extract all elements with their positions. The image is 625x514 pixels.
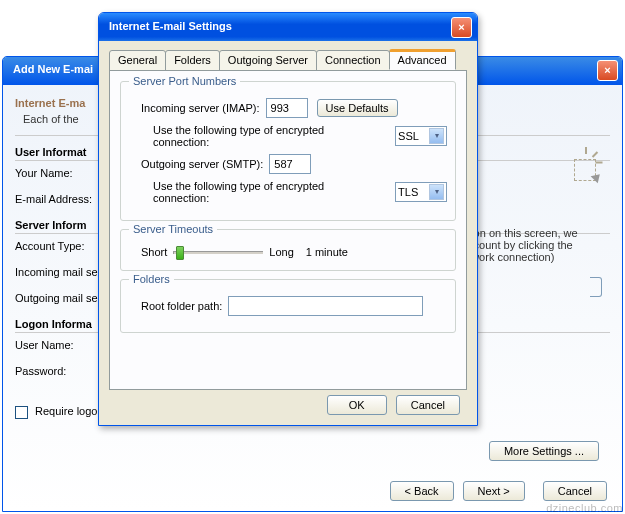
tab-general[interactable]: General bbox=[109, 50, 166, 71]
dialog-title: Internet E-mail Settings bbox=[109, 20, 232, 32]
tab-folders[interactable]: Folders bbox=[165, 50, 220, 71]
incoming-enc-label: Use the following type of encrypted conn… bbox=[153, 124, 383, 148]
server-timeouts-group: Server Timeouts Short Long 1 minute bbox=[120, 229, 456, 271]
outgoing-port-input[interactable] bbox=[269, 154, 311, 174]
timeout-long-label: Long bbox=[269, 246, 293, 258]
slider-thumb[interactable] bbox=[176, 246, 184, 260]
incoming-encryption-select[interactable]: SSL ▾ bbox=[395, 126, 447, 146]
hint-text: ation on this screen, we account by clic… bbox=[462, 227, 602, 263]
next-button[interactable]: Next > bbox=[463, 481, 525, 501]
advanced-panel: Server Port Numbers Incoming server (IMA… bbox=[109, 70, 467, 390]
email-settings-dialog: Internet E-mail Settings × General Folde… bbox=[98, 12, 478, 426]
cancel-button[interactable]: Cancel bbox=[396, 395, 460, 415]
outgoing-encryption-select[interactable]: TLS ▾ bbox=[395, 182, 447, 202]
folders-legend: Folders bbox=[129, 273, 174, 285]
root-folder-input[interactable] bbox=[228, 296, 423, 316]
chevron-down-icon: ▾ bbox=[429, 184, 444, 200]
back-button[interactable]: < Back bbox=[390, 481, 454, 501]
tab-advanced[interactable]: Advanced bbox=[389, 49, 456, 70]
ok-button[interactable]: OK bbox=[327, 395, 387, 415]
tab-outgoing[interactable]: Outgoing Server bbox=[219, 50, 317, 71]
dialog-buttons: OK Cancel bbox=[324, 395, 463, 415]
timeouts-legend: Server Timeouts bbox=[129, 223, 217, 235]
more-settings-button[interactable]: More Settings ... bbox=[489, 441, 599, 461]
outgoing-server-label: Outgoing server (SMTP): bbox=[141, 158, 263, 170]
close-icon[interactable]: × bbox=[597, 60, 618, 81]
cancel-button[interactable]: Cancel bbox=[543, 481, 607, 501]
incoming-port-input[interactable] bbox=[266, 98, 308, 118]
tab-connection[interactable]: Connection bbox=[316, 50, 390, 71]
partial-button bbox=[590, 277, 602, 297]
wizard-buttons: < Back Next > Cancel bbox=[387, 481, 610, 501]
close-icon[interactable]: × bbox=[451, 17, 472, 38]
use-defaults-button[interactable]: Use Defaults bbox=[317, 99, 398, 117]
timeout-value: 1 minute bbox=[306, 246, 348, 258]
server-port-legend: Server Port Numbers bbox=[129, 75, 240, 87]
incoming-server-label: Incoming server (IMAP): bbox=[141, 102, 260, 114]
watermark: dzineclub.com bbox=[546, 502, 623, 514]
cursor-test-icon bbox=[572, 153, 602, 183]
outgoing-enc-label: Use the following type of encrypted conn… bbox=[153, 180, 383, 204]
server-port-numbers-group: Server Port Numbers Incoming server (IMA… bbox=[120, 81, 456, 221]
bg-window-title: Add New E-mai bbox=[13, 63, 93, 75]
chevron-down-icon: ▾ bbox=[429, 128, 444, 144]
folders-group: Folders Root folder path: bbox=[120, 279, 456, 333]
timeout-slider[interactable] bbox=[173, 251, 263, 254]
require-logon-label: Require logor bbox=[35, 405, 101, 417]
root-folder-label: Root folder path: bbox=[141, 300, 222, 312]
dialog-titlebar: Internet E-mail Settings × bbox=[99, 13, 477, 41]
tab-strip: General Folders Outgoing Server Connecti… bbox=[109, 49, 467, 70]
timeout-short-label: Short bbox=[141, 246, 167, 258]
require-logon-checkbox[interactable] bbox=[15, 406, 28, 419]
